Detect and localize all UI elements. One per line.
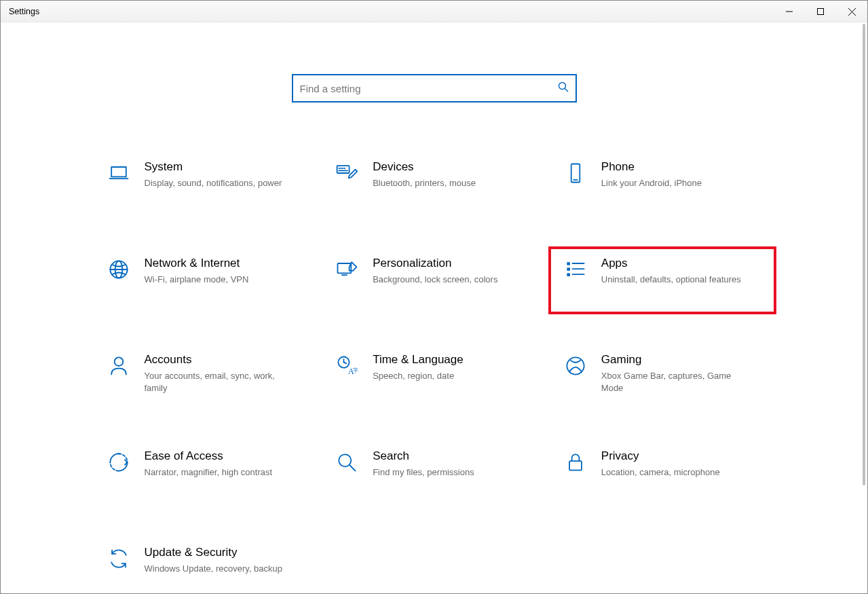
tile-desc: Speech, region, date xyxy=(373,370,464,382)
keyboard-pen-icon xyxy=(333,160,360,187)
svg-point-33 xyxy=(339,454,351,466)
ease-icon xyxy=(105,449,132,476)
svg-rect-8 xyxy=(337,166,350,173)
search-icon xyxy=(333,449,360,476)
tile-text: AppsUninstall, defaults, optional featur… xyxy=(601,256,741,286)
tile-title: Accounts xyxy=(145,352,287,367)
tile-desc: Background, lock screen, colors xyxy=(373,274,497,286)
settings-grid: SystemDisplay, sound, notifications, pow… xyxy=(92,150,777,593)
tile-text: SearchFind my files, permissions xyxy=(373,449,474,479)
tile-gaming[interactable]: GamingXbox Game Bar, captures, Game Mode xyxy=(548,343,777,411)
tile-desc: Link your Android, iPhone xyxy=(601,177,702,189)
tile-text: Network & InternetWi-Fi, airplane mode, … xyxy=(145,256,249,286)
monitor-brush-icon xyxy=(333,256,360,283)
svg-rect-1 xyxy=(818,9,824,15)
tile-text: GamingXbox Game Bar, captures, Game Mode xyxy=(601,352,744,394)
tile-search[interactable]: SearchFind my files, permissions xyxy=(320,439,548,507)
tile-phone[interactable]: PhoneLink your Android, iPhone xyxy=(548,150,777,218)
window-title: Settings xyxy=(9,7,39,16)
clock-a-icon: A字 xyxy=(333,352,360,379)
phone-icon xyxy=(562,160,589,187)
svg-rect-22 xyxy=(567,273,570,276)
tile-text: Time & LanguageSpeech, region, date xyxy=(373,352,464,382)
svg-line-5 xyxy=(565,89,568,92)
tile-desc: Your accounts, email, sync, work, family xyxy=(145,370,287,394)
tile-network[interactable]: Network & InternetWi-Fi, airplane mode, … xyxy=(92,246,320,314)
scrollbar-thumb[interactable] xyxy=(863,24,865,485)
tile-text: DevicesBluetooth, printers, mouse xyxy=(373,160,476,189)
search-input[interactable] xyxy=(300,81,558,96)
tile-apps[interactable]: AppsUninstall, defaults, optional featur… xyxy=(548,246,777,314)
globe-icon xyxy=(105,256,132,283)
tile-title: Personalization xyxy=(373,256,497,271)
tile-desc: Location, camera, microphone xyxy=(601,466,720,479)
close-button[interactable] xyxy=(836,1,867,22)
tile-time-language[interactable]: A字Time & LanguageSpeech, region, date xyxy=(320,343,548,411)
svg-point-26 xyxy=(114,357,123,366)
minimize-button[interactable] xyxy=(774,1,805,22)
xbox-icon xyxy=(562,352,589,379)
tile-desc: Display, sound, notifications, power xyxy=(145,177,282,189)
tile-text: SystemDisplay, sound, notifications, pow… xyxy=(145,160,282,189)
svg-rect-6 xyxy=(111,167,126,177)
tile-title: Network & Internet xyxy=(145,256,249,271)
tile-accounts[interactable]: AccountsYour accounts, email, sync, work… xyxy=(92,343,320,411)
tile-ease-of-access[interactable]: Ease of AccessNarrator, magnifier, high … xyxy=(92,439,320,507)
svg-text:字: 字 xyxy=(353,367,358,373)
scrollbar[interactable] xyxy=(862,24,866,593)
tile-text: Ease of AccessNarrator, magnifier, high … xyxy=(145,449,273,479)
tile-title: System xyxy=(145,160,282,174)
svg-line-29 xyxy=(344,363,347,364)
svg-line-34 xyxy=(350,466,356,471)
tile-desc: Xbox Game Bar, captures, Game Mode xyxy=(601,370,744,394)
titlebar: Settings xyxy=(1,1,867,22)
tile-title: Update & Security xyxy=(145,545,283,560)
tile-system[interactable]: SystemDisplay, sound, notifications, pow… xyxy=(92,150,320,218)
sync-arrows-icon xyxy=(105,545,132,572)
search-box[interactable] xyxy=(292,74,577,103)
list-icon xyxy=(562,256,589,283)
tile-text: AccountsYour accounts, email, sync, work… xyxy=(145,352,287,394)
tile-text: PhoneLink your Android, iPhone xyxy=(601,160,702,189)
tile-personalization[interactable]: PersonalizationBackground, lock screen, … xyxy=(320,246,548,314)
svg-rect-20 xyxy=(567,262,570,265)
tile-desc: Bluetooth, printers, mouse xyxy=(373,177,476,189)
tile-desc: Wi-Fi, airplane mode, VPN xyxy=(145,274,249,286)
search-icon xyxy=(558,81,569,95)
tile-title: Time & Language xyxy=(373,352,464,367)
tile-title: Gaming xyxy=(601,352,744,367)
laptop-icon xyxy=(105,160,132,187)
svg-rect-21 xyxy=(567,267,570,271)
content-area: SystemDisplay, sound, notifications, pow… xyxy=(1,22,867,593)
tile-desc: Windows Update, recovery, backup xyxy=(145,563,283,575)
tile-text: PrivacyLocation, camera, microphone xyxy=(601,449,720,479)
tile-title: Search xyxy=(373,449,474,464)
person-icon xyxy=(105,352,132,379)
tile-desc: Find my files, permissions xyxy=(373,466,474,479)
lock-icon xyxy=(562,449,589,476)
tile-title: Phone xyxy=(601,160,702,174)
tile-desc: Narrator, magnifier, high contrast xyxy=(145,466,273,479)
svg-rect-35 xyxy=(569,461,582,470)
tile-privacy[interactable]: PrivacyLocation, camera, microphone xyxy=(548,439,777,507)
tile-title: Ease of Access xyxy=(145,449,273,464)
tile-text: PersonalizationBackground, lock screen, … xyxy=(373,256,497,286)
tile-text: Update & SecurityWindows Update, recover… xyxy=(145,545,283,575)
tile-title: Apps xyxy=(601,256,741,271)
tile-desc: Uninstall, defaults, optional features xyxy=(601,274,741,286)
tile-devices[interactable]: DevicesBluetooth, printers, mouse xyxy=(320,150,548,218)
svg-point-4 xyxy=(559,83,565,90)
hero-section xyxy=(1,22,867,103)
tile-title: Devices xyxy=(373,160,476,174)
maximize-button[interactable] xyxy=(805,1,836,22)
tile-update-security[interactable]: Update & SecurityWindows Update, recover… xyxy=(92,536,320,593)
window-controls xyxy=(774,1,867,22)
tile-title: Privacy xyxy=(601,449,720,464)
